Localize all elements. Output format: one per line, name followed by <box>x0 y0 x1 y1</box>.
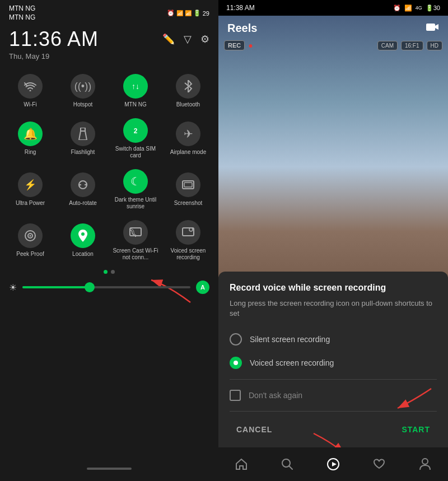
brightness-icon: ☀ <box>9 282 17 293</box>
tile-dark-theme[interactable]: ☾ Dark theme Until sunrise <box>110 164 161 213</box>
signal-right-icon: 📶 <box>404 4 412 12</box>
mtn-label: MTN NG <box>124 101 146 108</box>
dont-ask-label: Don't ask again <box>249 391 302 400</box>
alarm-icon: ⏰ <box>167 10 175 17</box>
battery-right-icon: 🔋30 <box>426 4 440 12</box>
home-indicator-left <box>87 468 132 470</box>
status-bar-left: MTN NG MTN NG ⏰ 📶 📶 🔋 29 <box>0 0 218 24</box>
ring-label: Ring <box>25 149 36 156</box>
dialog-buttons: CANCEL START <box>230 416 437 438</box>
dont-ask-option[interactable]: Don't ask again <box>230 384 437 407</box>
auto-brightness-button[interactable]: A <box>196 281 209 294</box>
dialog-subtitle: Long press the screen recording icon on … <box>230 298 437 319</box>
hotspot-label: Hotspot <box>73 101 92 108</box>
time-icons: ✏️ ▽ ⚙ <box>162 33 209 45</box>
auto-rotate-icon <box>71 172 95 197</box>
data-right-icon: 4G <box>416 5 422 11</box>
nav-search[interactable] <box>264 458 310 470</box>
hotspot-icon: ((•)) <box>71 74 95 99</box>
svg-line-33 <box>289 466 292 469</box>
brightness-slider[interactable] <box>22 286 190 288</box>
tile-ring[interactable]: 🔔 Ring <box>4 113 56 162</box>
edit-icon[interactable]: ✏️ <box>162 33 175 45</box>
wifi-icon <box>18 74 43 99</box>
svg-rect-14 <box>183 228 194 236</box>
svg-point-9 <box>30 235 31 237</box>
left-panel: MTN NG MTN NG ⏰ 📶 📶 🔋 29 11:36 AM ✏️ ▽ ⚙… <box>0 0 218 481</box>
voiced-option[interactable]: Voiced screen recording <box>230 351 437 375</box>
reels-header: Reels <box>218 16 448 41</box>
voiced-label: Voiced screen recording <box>250 358 334 367</box>
airplane-label: Airplane mode <box>170 149 206 156</box>
tile-location[interactable]: Location <box>57 214 109 264</box>
dot-2 <box>111 270 115 274</box>
flashlight-icon <box>71 122 95 146</box>
dont-ask-checkbox[interactable] <box>230 390 241 401</box>
rec-bar: REC ● CAM 16:F1 HD <box>224 40 442 50</box>
auto-rotate-label: Auto-rotate <box>69 200 96 207</box>
screen-cast-label: Screen Cast Wi-Fi not conn... <box>112 247 159 261</box>
record-voice-dialog: Record voice while screen recording Long… <box>218 272 448 447</box>
tile-auto-rotate[interactable]: Auto-rotate <box>57 164 109 213</box>
camera-icon[interactable] <box>426 21 439 35</box>
tile-flashlight[interactable]: Flashlight <box>57 113 109 162</box>
silent-option[interactable]: Silent screen recording <box>230 328 437 351</box>
rec-badge: REC <box>224 40 245 50</box>
nav-likes[interactable] <box>356 459 402 470</box>
clock: 11:36 AM <box>9 27 99 51</box>
right-panel: 11:38 AM ⏰ 📶 4G 🔋30 Reels <box>218 0 448 481</box>
silent-radio[interactable] <box>230 333 242 345</box>
start-button[interactable]: START <box>395 421 437 438</box>
location-label: Location <box>72 251 94 258</box>
bluetooth-label: Bluetooth <box>176 101 200 108</box>
tile-ultra-power[interactable]: ⚡ Ultra Power <box>4 164 56 213</box>
pagination-dots <box>0 267 218 277</box>
filter-icon[interactable]: ▽ <box>184 33 192 45</box>
tile-airplane[interactable]: ✈ Airplane mode <box>162 113 214 162</box>
nav-profile[interactable] <box>402 457 448 471</box>
voiced-radio[interactable] <box>230 357 242 369</box>
peek-proof-label: Peek Proof <box>16 251 44 258</box>
silent-label: Silent screen recording <box>250 335 330 344</box>
switch-sim-label: Switch data SIM card <box>112 146 159 159</box>
alarm-right-icon: ⏰ <box>393 4 401 12</box>
tile-bluetooth[interactable]: Bluetooth <box>162 68 214 111</box>
screenshot-label: Screenshot <box>174 200 203 207</box>
settings-icon[interactable]: ⚙ <box>200 33 209 45</box>
voiced-screen-icon <box>176 220 200 245</box>
cancel-button[interactable]: CANCEL <box>230 421 279 438</box>
svg-rect-6 <box>184 183 192 187</box>
tile-mtn[interactable]: ↑↓ MTN NG <box>110 68 161 111</box>
carrier-info: MTN NG MTN NG <box>9 4 35 22</box>
bluetooth-icon <box>176 74 200 99</box>
tile-screenshot[interactable]: Screenshot <box>162 164 214 213</box>
tile-peek-proof[interactable]: Peek Proof <box>4 214 56 264</box>
dialog-divider <box>230 379 437 380</box>
rec-dot: ● <box>248 41 253 50</box>
brightness-row: ☀ A <box>0 277 218 297</box>
ultra-power-label: Ultra Power <box>16 200 45 207</box>
flashlight-label: Flashlight <box>71 149 95 156</box>
tile-hotspot[interactable]: ((•)) Hotspot <box>57 68 109 111</box>
voiced-screen-label: Voiced screen recording <box>165 247 212 261</box>
screen-cast-icon <box>123 220 148 245</box>
airplane-icon: ✈ <box>176 122 200 146</box>
time-right: 11:38 AM <box>226 4 255 12</box>
nav-reels[interactable] <box>310 457 356 471</box>
tile-switch-sim[interactable]: 2 Switch data SIM card <box>110 113 161 162</box>
svg-rect-28 <box>426 24 435 31</box>
signal-icon: 📶 <box>176 10 183 16</box>
svg-marker-35 <box>332 462 337 466</box>
ring-icon: 🔔 <box>18 122 43 146</box>
tile-wifi[interactable]: Wi-Fi <box>4 68 56 111</box>
tile-voiced-screen[interactable]: Voiced screen recording <box>162 214 214 264</box>
location-icon <box>71 223 95 248</box>
peek-proof-icon <box>18 223 43 248</box>
mtn-icon: ↑↓ <box>123 74 148 99</box>
dialog-title: Record voice while screen recording <box>230 283 437 293</box>
bottom-navigation <box>218 447 448 481</box>
resolution-badge: 16:F1 <box>401 41 423 50</box>
nav-home[interactable] <box>218 458 264 470</box>
time-row: 11:36 AM ✏️ ▽ ⚙ <box>0 24 218 52</box>
tile-screen-cast[interactable]: Screen Cast Wi-Fi not conn... <box>110 214 161 264</box>
